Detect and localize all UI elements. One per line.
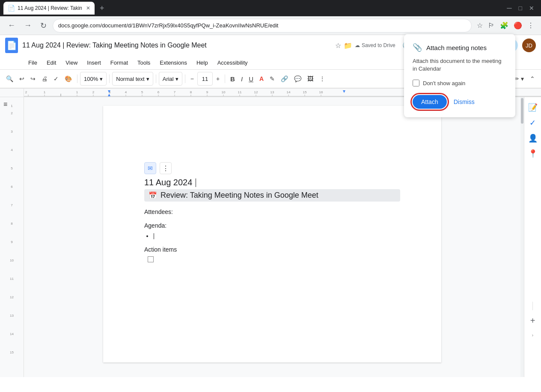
font-size-decrease-button[interactable]: −	[188, 72, 196, 86]
sidebar-divider	[532, 302, 533, 310]
menu-edit[interactable]: Edit	[42, 58, 60, 68]
menu-extensions[interactable]: Extensions	[155, 58, 191, 68]
flag-icon[interactable]: 🏳	[486, 20, 496, 31]
text-color-button[interactable]: A	[257, 72, 266, 86]
font-size-increase-button[interactable]: +	[214, 72, 222, 86]
add-sidebar-item-button[interactable]: +	[526, 314, 540, 327]
dont-show-label[interactable]: Don't show again	[423, 80, 465, 86]
contacts-icon[interactable]: 👤	[526, 131, 540, 145]
svg-text:7: 7	[174, 90, 176, 94]
svg-text:13: 13	[270, 90, 274, 94]
saved-status: ☁ Saved to Drive	[355, 42, 395, 48]
underline-button[interactable]: U	[246, 72, 256, 86]
italic-button[interactable]: I	[238, 72, 245, 86]
svg-text:12: 12	[254, 90, 258, 94]
left-margin: 1 2 3 4 5 6 7 8 9 10 11 12 13 14 15 ≡	[0, 97, 24, 377]
outer-collapse-area: ›	[531, 331, 535, 374]
agenda-list	[153, 232, 400, 239]
redo-button[interactable]: ↪	[28, 72, 38, 86]
close-button[interactable]: ✕	[529, 4, 534, 12]
bold-button[interactable]: B	[228, 72, 238, 86]
outer-collapse-button[interactable]: ›	[531, 331, 535, 339]
more-options-button[interactable]: ⋮	[526, 20, 536, 31]
collapse-toolbar-button[interactable]: ⌃	[527, 72, 538, 86]
svg-text:5: 5	[141, 90, 143, 94]
svg-text:9: 9	[206, 90, 208, 94]
vertical-scrollbar[interactable]	[520, 97, 524, 377]
outer-right-sidebar: 📝 ✓ 👤 📍 + ›	[524, 97, 541, 377]
menu-insert[interactable]: Insert	[83, 58, 105, 68]
toolbar-separator-5	[225, 74, 225, 83]
url-bar[interactable]: docs.google.com/document/d/1BWnV7zrRjx59…	[53, 19, 472, 33]
maps-icon[interactable]: 📍	[526, 147, 540, 160]
print-button[interactable]: 🖨	[39, 72, 50, 86]
scrollbar-thumb[interactable]	[521, 98, 523, 124]
highlight-button[interactable]: ✎	[267, 72, 277, 86]
folder-button[interactable]: 📁	[344, 42, 352, 50]
menu-view[interactable]: View	[61, 58, 82, 68]
tab-favicon: 📄	[8, 5, 15, 12]
extensions-button[interactable]: 🧩	[498, 20, 510, 31]
forward-button[interactable]: →	[21, 19, 34, 32]
refresh-button[interactable]: ↻	[38, 19, 49, 32]
svg-text:2: 2	[92, 90, 95, 94]
menu-tools[interactable]: Tools	[133, 58, 155, 68]
more-options-card-button[interactable]: ⋮	[160, 162, 172, 174]
svg-text:1: 1	[76, 90, 78, 94]
bookmark-button[interactable]: ☆	[475, 20, 485, 31]
image-button[interactable]: 🖼	[305, 72, 316, 86]
paint-format-button[interactable]: 🎨	[62, 72, 74, 86]
user-avatar[interactable]: JD	[522, 39, 536, 52]
minimize-button[interactable]: ─	[507, 4, 511, 12]
email-icon-button[interactable]: ✉	[144, 162, 156, 174]
menu-help[interactable]: Help	[192, 58, 212, 68]
meeting-date: 11 Aug 2024	[144, 178, 400, 187]
docs-title-icons: ☆ 📁 ☁ Saved to Drive	[335, 42, 395, 50]
outline-toggle-button[interactable]: ≡	[3, 101, 7, 108]
undo-button[interactable]: ↩	[17, 72, 27, 86]
attendees-label: Attendees:	[144, 208, 400, 215]
tasks-icon[interactable]: ✓	[526, 116, 540, 130]
svg-text:1: 1	[44, 90, 46, 94]
attachment-icon: 📎	[413, 43, 422, 52]
maximize-button[interactable]: □	[519, 4, 522, 12]
dont-show-checkbox[interactable]	[413, 80, 419, 86]
action-items-list	[146, 256, 400, 264]
cloud-icon: ☁	[355, 42, 360, 48]
doc-page-container[interactable]: ✉ ⋮ 11 Aug 2024 📅 Review: Taking Meeting…	[24, 97, 520, 377]
toolbar-separator-1	[77, 74, 77, 83]
style-dropdown[interactable]: Normal text ▾	[112, 72, 153, 86]
keep-notes-icon[interactable]: 📝	[526, 101, 540, 114]
tab-close-icon[interactable]: ✕	[86, 5, 90, 11]
doc-page: ✉ ⋮ 11 Aug 2024 📅 Review: Taking Meeting…	[103, 106, 441, 362]
attach-meeting-notes-popup: 📎 Attach meeting notes Attach this docum…	[404, 34, 515, 117]
menu-accessibility[interactable]: Accessibility	[213, 58, 252, 68]
svg-text:11: 11	[238, 90, 242, 94]
zoom-chevron: ▾	[100, 76, 103, 82]
profile-button[interactable]: 🔴	[512, 20, 524, 31]
font-size-input[interactable]	[197, 72, 213, 86]
attach-button[interactable]: Attach	[413, 95, 447, 109]
agenda-label: Agenda:	[144, 222, 400, 229]
popup-description: Attach this document to the meeting in C…	[413, 57, 507, 73]
action-item-checkbox[interactable]	[148, 256, 154, 262]
meeting-card-wrapper: ✉ ⋮ 11 Aug 2024 📅 Review: Taking Meeting…	[144, 162, 400, 264]
comment-button[interactable]: 💬	[291, 72, 304, 86]
menu-format[interactable]: Format	[106, 58, 132, 68]
popup-actions: Attach Dismiss	[413, 95, 507, 109]
new-tab-button[interactable]: +	[98, 2, 106, 15]
link-button[interactable]: 🔗	[278, 72, 291, 86]
style-chevron: ▾	[146, 76, 149, 82]
search-toolbar-button[interactable]: 🔍	[3, 72, 16, 86]
docs-logo: 📄	[5, 38, 18, 53]
menu-file[interactable]: File	[24, 58, 42, 68]
text-cursor	[196, 178, 196, 187]
font-dropdown[interactable]: Arial ▾	[159, 72, 182, 86]
dismiss-button[interactable]: Dismiss	[454, 98, 475, 105]
spellcheck-button[interactable]: ✓	[51, 72, 61, 86]
back-button[interactable]: ←	[5, 19, 18, 32]
navigation-bar: ← → ↻ docs.google.com/document/d/1BWnV7z…	[0, 16, 541, 35]
more-formatting-button[interactable]: ⋮	[317, 72, 328, 86]
star-button[interactable]: ☆	[335, 42, 341, 50]
zoom-dropdown[interactable]: 100% ▾	[80, 72, 107, 86]
